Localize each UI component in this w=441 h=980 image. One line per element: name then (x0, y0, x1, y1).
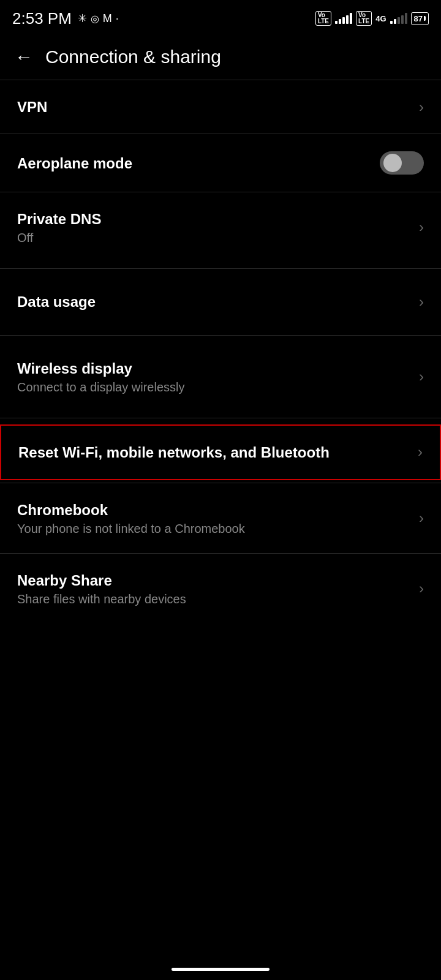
chromebook-chevron-icon: › (419, 510, 424, 527)
toggle-track (380, 151, 424, 175)
page-header: ← Connection & sharing (0, 34, 441, 80)
back-arrow-icon: ← (15, 48, 33, 66)
nearby-share-chevron-icon: › (419, 580, 424, 597)
wireless-display-title: Wireless display (17, 359, 409, 378)
wireless-icon: ◎ (91, 13, 99, 24)
battery-level: 87 (414, 14, 423, 23)
dot-icon: · (116, 12, 119, 25)
divider-3 (0, 418, 441, 418)
reset-wifi-item[interactable]: Reset Wi-Fi, mobile networks, and Blueto… (0, 424, 441, 480)
vpn-chevron-icon: › (419, 99, 424, 116)
data-usage-item[interactable]: Data usage › (0, 275, 441, 328)
battery-container: 87 (411, 12, 429, 25)
reset-wifi-chevron-icon: › (418, 443, 423, 461)
section-group-3: Wireless display Connect to a display wi… (0, 342, 441, 412)
settings-list: VPN › Aeroplane mode Private DNS Off › (0, 80, 441, 624)
section-group-1: VPN › Aeroplane mode Private DNS Off › (0, 80, 441, 262)
page-title: Connection & sharing (45, 47, 221, 67)
private-dns-title: Private DNS (17, 209, 409, 228)
aeroplane-mode-content: Aeroplane mode (17, 154, 380, 173)
battery-tip (424, 16, 426, 21)
private-dns-item[interactable]: Private DNS Off › (0, 192, 441, 262)
bottom-home-indicator[interactable] (172, 968, 270, 971)
divider-2 (0, 335, 441, 336)
wireless-display-subtitle: Connect to a display wirelessly (17, 380, 409, 394)
private-dns-chevron-icon: › (419, 219, 424, 236)
battery-indicator: 87 (411, 12, 429, 25)
data-usage-content: Data usage (17, 292, 409, 311)
bottom-navigation-bar (0, 958, 441, 980)
back-button[interactable]: ← (15, 48, 33, 66)
data-usage-title: Data usage (17, 292, 409, 311)
toggle-thumb (383, 154, 402, 172)
volte-badge-2: VoLTE (356, 11, 372, 26)
private-dns-content: Private DNS Off (17, 209, 409, 245)
aeroplane-mode-toggle[interactable] (380, 151, 424, 175)
data-usage-chevron-icon: › (419, 293, 424, 311)
chromebook-item[interactable]: Chromebook Your phone is not linked to a… (0, 483, 441, 553)
chromebook-subtitle: Your phone is not linked to a Chromebook (17, 522, 409, 536)
private-dns-subtitle: Off (17, 231, 409, 245)
reset-wifi-title: Reset Wi-Fi, mobile networks, and Blueto… (18, 443, 408, 462)
section-group-4: Reset Wi-Fi, mobile networks, and Blueto… (0, 424, 441, 624)
status-icons: ✳ ◎ M · (78, 12, 119, 25)
nearby-share-item[interactable]: Nearby Share Share files with nearby dev… (0, 554, 441, 624)
wireless-display-content: Wireless display Connect to a display wi… (17, 359, 409, 394)
vpn-content: VPN (17, 97, 409, 116)
signal-bars-2 (390, 13, 407, 24)
asterisk-icon: ✳ (78, 12, 87, 25)
divider-1 (0, 268, 441, 269)
gmail-icon: M (103, 12, 112, 25)
vpn-item[interactable]: VPN › (0, 80, 441, 134)
status-bar-left: 2:53 PM ✳ ◎ M · (12, 9, 119, 28)
status-time: 2:53 PM (12, 9, 72, 28)
chromebook-title: Chromebook (17, 500, 409, 519)
volte-badge-1: VoLTE (315, 11, 331, 26)
nearby-share-content: Nearby Share Share files with nearby dev… (17, 571, 409, 606)
aeroplane-mode-title: Aeroplane mode (17, 154, 380, 173)
reset-wifi-content: Reset Wi-Fi, mobile networks, and Blueto… (18, 443, 408, 462)
wireless-display-item[interactable]: Wireless display Connect to a display wi… (0, 342, 441, 412)
4g-badge: 4G (375, 14, 386, 23)
chromebook-content: Chromebook Your phone is not linked to a… (17, 500, 409, 536)
wireless-display-chevron-icon: › (419, 368, 424, 385)
vpn-title: VPN (17, 97, 409, 116)
status-bar-right: VoLTE VoLTE 4G 87 (315, 11, 429, 26)
section-group-2: Data usage › (0, 275, 441, 328)
status-bar: 2:53 PM ✳ ◎ M · VoLTE VoLTE 4G (0, 0, 441, 34)
aeroplane-mode-item[interactable]: Aeroplane mode (0, 134, 441, 192)
signal-bars-1 (335, 13, 352, 24)
nearby-share-subtitle: Share files with nearby devices (17, 592, 409, 606)
nearby-share-title: Nearby Share (17, 571, 409, 590)
